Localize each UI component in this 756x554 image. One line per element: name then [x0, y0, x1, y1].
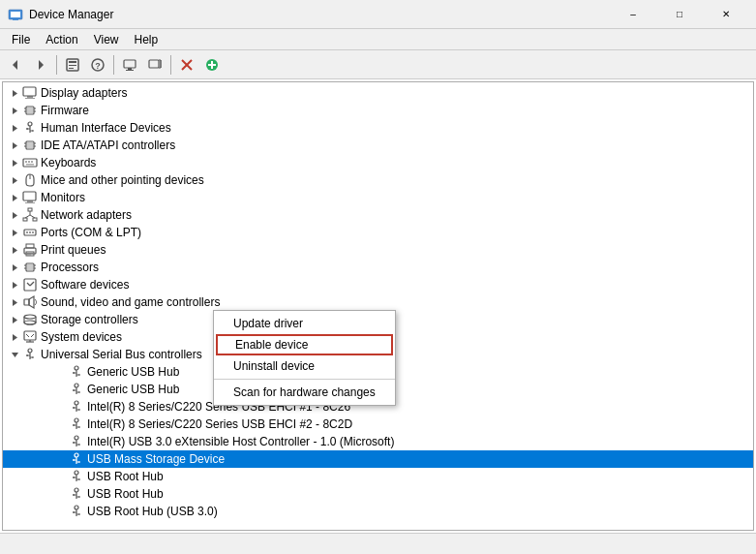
tree-item-ports[interactable]: Ports (COM & LPT) — [3, 224, 753, 241]
svg-rect-90 — [24, 299, 29, 305]
ctx-uninstall-device[interactable]: Uninstall device — [214, 355, 395, 377]
add-device-button[interactable] — [200, 53, 224, 77]
expand-icon-hid[interactable] — [7, 120, 22, 136]
expand-icon-firmware[interactable] — [7, 103, 22, 118]
tree-item-keyboards[interactable]: Keyboards — [3, 154, 753, 171]
usb-icon — [22, 347, 38, 362]
tree-item-network[interactable]: Network adapters — [3, 206, 753, 224]
svg-rect-58 — [27, 200, 33, 202]
svg-rect-62 — [23, 218, 27, 221]
remove-device-button[interactable] — [175, 53, 198, 77]
svg-marker-85 — [13, 282, 17, 289]
expand-icon-ide[interactable] — [7, 138, 22, 153]
expand-icon-generic1[interactable] — [53, 364, 69, 380]
ctx-update-driver[interactable]: Update driver — [214, 313, 395, 334]
menu-file[interactable]: File — [4, 31, 38, 48]
svg-marker-95 — [13, 334, 17, 341]
svg-rect-11 — [124, 60, 136, 68]
expand-icon-intel2[interactable] — [53, 416, 69, 432]
tree-item-print[interactable]: Print queues — [3, 241, 753, 259]
expand-icon-print[interactable] — [7, 242, 22, 258]
device-manager-button[interactable] — [118, 53, 141, 77]
svg-point-150 — [75, 488, 78, 492]
expand-icon-root3[interactable] — [53, 504, 69, 519]
svg-marker-92 — [13, 317, 17, 323]
menu-action[interactable]: Action — [38, 31, 85, 48]
expand-icon-root1[interactable] — [53, 469, 69, 484]
status-bar — [0, 533, 756, 554]
svg-point-138 — [75, 453, 78, 457]
tree-item-sound[interactable]: Sound, video and game controllers — [3, 293, 753, 311]
expand-icon-software[interactable] — [7, 277, 22, 292]
back-button[interactable] — [4, 53, 27, 77]
tree-item-intel3[interactable]: Intel(R) USB 3.0 eXtensible Host Control… — [3, 433, 753, 450]
expand-icon-processors[interactable] — [7, 260, 22, 275]
tree-label-storage: Storage controllers — [41, 313, 138, 326]
expand-icon-system[interactable] — [7, 329, 22, 345]
forward-button[interactable] — [29, 53, 52, 77]
scan-button[interactable] — [143, 53, 166, 77]
tree-item-root2[interactable]: USB Root Hub — [3, 485, 753, 503]
usb-icon — [69, 451, 84, 467]
svg-line-100 — [31, 334, 34, 337]
tree-item-hid[interactable]: Human Interface Devices — [3, 119, 753, 137]
svg-rect-52 — [31, 161, 33, 163]
tree-item-mice[interactable]: Mice and other pointing devices — [3, 171, 753, 189]
menu-help[interactable]: Help — [127, 31, 166, 48]
svg-point-126 — [75, 418, 78, 422]
tree-item-mass[interactable]: USB Mass Storage Device — [3, 450, 753, 468]
svg-point-40 — [32, 130, 34, 132]
ctx-scan-hardware[interactable]: Scan for hardware changes — [214, 382, 395, 403]
usb-icon — [69, 504, 84, 519]
tree-item-processors[interactable]: Processors — [3, 259, 753, 276]
help-button[interactable]: ? — [86, 53, 109, 77]
close-button[interactable]: ✕ — [704, 0, 748, 29]
tree-item-root3[interactable]: USB Root Hub (USB 3.0) — [3, 503, 753, 520]
tree-item-root1[interactable]: USB Root Hub — [3, 468, 753, 485]
tree-item-display[interactable]: Display adapters — [3, 84, 753, 102]
svg-rect-29 — [27, 108, 33, 113]
tree-item-software[interactable]: Software devices — [3, 276, 753, 293]
usb-icon — [69, 486, 84, 502]
tree-label-software: Software devices — [41, 278, 129, 292]
properties-button[interactable] — [61, 53, 84, 77]
expand-icon-ports[interactable] — [7, 225, 22, 240]
expand-icon-usb[interactable] — [7, 347, 22, 362]
expand-icon-keyboards[interactable] — [7, 155, 22, 170]
svg-point-93 — [24, 315, 36, 319]
svg-point-114 — [75, 384, 78, 387]
tree-label-intel3: Intel(R) USB 3.0 eXtensible Host Control… — [87, 435, 394, 448]
svg-marker-23 — [13, 90, 17, 97]
expand-icon-sound[interactable] — [7, 294, 22, 310]
ctx-separator — [214, 379, 395, 380]
expand-icon-intel3[interactable] — [53, 434, 69, 449]
expand-icon-intel1[interactable] — [53, 399, 69, 415]
svg-marker-78 — [13, 264, 17, 271]
window: Device Manager – □ ✕ File Action View He… — [0, 0, 756, 554]
svg-rect-8 — [69, 68, 74, 69]
tree-item-intel2[interactable]: Intel(R) 8 Series/C220 Series USB EHCI #… — [3, 416, 753, 433]
expand-icon-network[interactable] — [7, 207, 22, 223]
ctx-enable-device[interactable]: Enable device — [216, 334, 393, 355]
menu-view[interactable]: View — [86, 31, 127, 48]
expand-icon-display[interactable] — [7, 85, 22, 101]
usb-icon — [22, 120, 38, 136]
tree-label-ports: Ports (COM & LPT) — [41, 226, 141, 239]
usb-icon — [69, 434, 84, 449]
expand-icon-mice[interactable] — [7, 172, 22, 188]
minimize-button[interactable]: – — [611, 0, 655, 29]
usb-icon — [69, 416, 84, 432]
expand-icon-storage[interactable] — [7, 312, 22, 327]
maximize-button[interactable]: □ — [657, 0, 702, 29]
expand-icon-monitors[interactable] — [7, 190, 22, 205]
tree-item-ide[interactable]: IDE ATA/ATAPI controllers — [3, 137, 753, 154]
tree-item-monitors[interactable]: Monitors — [3, 189, 753, 206]
svg-point-132 — [75, 436, 78, 440]
expand-icon-generic2[interactable] — [53, 382, 69, 397]
expand-icon-mass[interactable] — [53, 451, 69, 467]
tree-view[interactable]: Display adaptersFirmwareHuman Interface … — [2, 81, 754, 531]
toolbar: ? — [0, 50, 756, 79]
svg-line-88 — [30, 282, 34, 286]
expand-icon-root2[interactable] — [53, 486, 69, 502]
tree-item-firmware[interactable]: Firmware — [3, 102, 753, 119]
